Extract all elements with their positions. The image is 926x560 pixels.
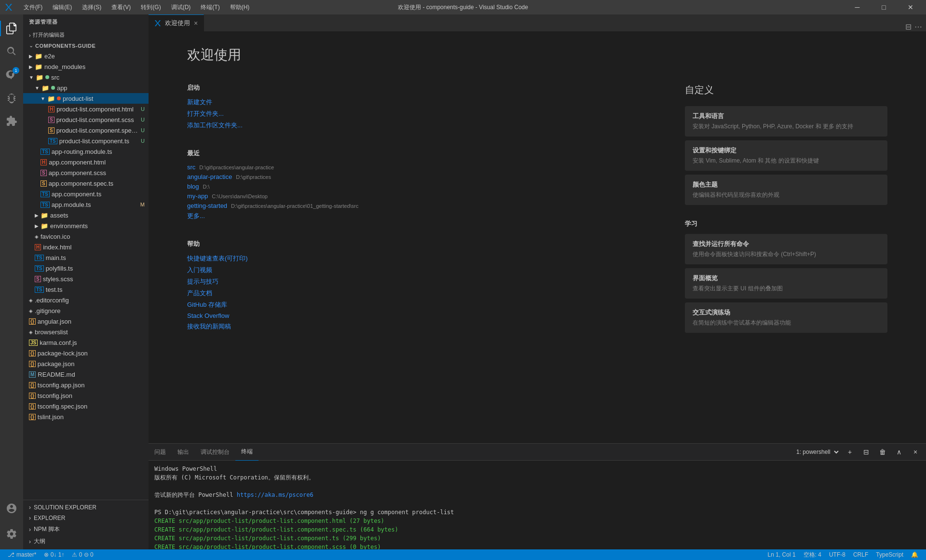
tree-item-product-list.component.spec.ts[interactable]: Sproduct-list.component.spec.tsU [23, 125, 149, 136]
tab-close-button[interactable]: × [194, 20, 198, 27]
tree-item-product-list.component.html[interactable]: Hproduct-list.component.htmlU [23, 104, 149, 114]
tree-item-environments[interactable]: ▶📁environments [23, 220, 149, 231]
keybindings-item[interactable]: 设置和按键绑定 安装 Vim, Sublime, Atom 和 其他 的设置和快… [685, 140, 887, 171]
tree-item-app.component.spec.ts[interactable]: Sapp.component.spec.ts [23, 178, 149, 189]
activity-debug[interactable] [0, 86, 23, 109]
encoding-status[interactable]: UTF-8 [825, 549, 849, 560]
tree-item-polyfills.ts[interactable]: TSpolyfills.ts [23, 263, 149, 273]
recent-name-myapp[interactable]: my-app [187, 192, 208, 200]
tree-item-product-list[interactable]: ▼📁product-list [23, 93, 149, 104]
menu-help[interactable]: 帮助(H) [226, 2, 254, 13]
tree-item-node_modules[interactable]: ▶📁node_modules [23, 61, 149, 72]
output-tab[interactable]: 输出 [172, 444, 195, 461]
tree-item-assets[interactable]: ▶📁assets [23, 210, 149, 220]
tree-item-app.component.ts[interactable]: TSapp.component.ts [23, 189, 149, 199]
keyboard-shortcut-link[interactable]: 快捷键速查表(可打印) [187, 254, 646, 263]
maximize-panel-button[interactable]: ∧ [892, 445, 906, 459]
tree-item-angular.json[interactable]: {}angular.json [23, 316, 149, 327]
close-button[interactable]: ✕ [899, 0, 921, 14]
more-recent-link[interactable]: 更多... [187, 212, 646, 220]
git-branch-status[interactable]: ⎇ master* [4, 549, 40, 560]
find-commands-item[interactable]: 查找并运行所有命令 使用命令面板快速访问和搜索命令 (Ctrl+Shift+P) [685, 234, 887, 264]
tree-item-README.md[interactable]: MREADME.md [23, 369, 149, 380]
tree-item-tsconfig.json[interactable]: {}tsconfig.json [23, 390, 149, 401]
activity-extensions[interactable] [0, 109, 23, 133]
problems-tab[interactable]: 问题 [149, 444, 172, 461]
close-panel-button[interactable]: × [909, 445, 922, 459]
activity-explorer[interactable] [0, 17, 23, 40]
menu-terminal[interactable]: 终端(T) [197, 2, 223, 13]
tree-item-tslint.json[interactable]: {}tslint.json [23, 411, 149, 422]
activity-search[interactable] [0, 40, 23, 63]
add-workspace-link[interactable]: 添加工作区文件夹... [187, 121, 646, 130]
menu-edit[interactable]: 编辑(E) [49, 2, 76, 13]
tree-item-test.ts[interactable]: TStest.ts [23, 284, 149, 295]
intro-video-link[interactable]: 入门视频 [187, 266, 646, 274]
tree-item-favicon.ico[interactable]: ◈favicon.ico [23, 231, 149, 242]
npm-scripts[interactable]: › NPM 脚本 [23, 523, 149, 535]
new-terminal-button[interactable]: + [843, 445, 857, 459]
tree-item-app[interactable]: ▼📁app [23, 82, 149, 93]
tree-item-app.module.ts[interactable]: TSapp.module.tsM [23, 199, 149, 210]
recent-name-src[interactable]: src [187, 164, 195, 171]
split-editor-button[interactable]: ⊟ [905, 22, 912, 31]
open-editors-header[interactable]: › 打开的编辑器 [23, 29, 149, 41]
tree-item-main.ts[interactable]: TSmain.ts [23, 252, 149, 263]
menu-goto[interactable]: 转到(G) [137, 2, 164, 13]
explorer-section[interactable]: › EXPLORER [23, 513, 149, 523]
split-terminal-button[interactable]: ⊟ [859, 445, 873, 459]
kill-terminal-button[interactable]: 🗑 [876, 445, 889, 459]
line-col-status[interactable]: Ln 1, Col 1 [764, 549, 800, 560]
spaces-status[interactable]: 空格: 4 [800, 549, 825, 560]
menu-debug[interactable]: 调试(D) [167, 2, 195, 13]
activity-source-control[interactable]: 1 [0, 63, 23, 86]
maximize-button[interactable]: □ [873, 0, 895, 14]
menu-file[interactable]: 文件(F) [20, 2, 46, 13]
open-folder-link[interactable]: 打开文件夹... [187, 109, 646, 118]
project-header[interactable]: ⌄ COMPONENTS-GUIDE [23, 41, 149, 51]
tree-item-tsconfig.app.json[interactable]: {}tsconfig.app.json [23, 380, 149, 390]
tips-tricks-link[interactable]: 提示与技巧 [187, 277, 646, 286]
more-actions-button[interactable]: ⋯ [914, 22, 922, 31]
new-file-link[interactable]: 新建文件 [187, 98, 646, 107]
color-theme-item[interactable]: 颜色主题 使编辑器和代码呈现你喜欢的外观 [685, 175, 887, 205]
sync-status[interactable]: ⊗ 0↓ 1↑ [40, 549, 68, 560]
minimize-button[interactable]: ─ [846, 0, 868, 14]
tree-item-e2e[interactable]: ▶📁e2e [23, 51, 149, 61]
tree-item-package-lock.json[interactable]: {}package-lock.json [23, 348, 149, 358]
menu-view[interactable]: 查看(V) [108, 2, 135, 13]
notifications-status[interactable]: 🔔 [907, 549, 922, 560]
tree-item-package.json[interactable]: {}package.json [23, 358, 149, 369]
welcome-tab[interactable]: 欢迎使用 × [149, 14, 204, 31]
errors-warnings-status[interactable]: ⚠ 0 ⊝ 0 [68, 549, 97, 560]
tools-languages-item[interactable]: 工具和语言 安装对 JavaScript, Python, PHP, Azure… [685, 106, 887, 137]
debug-console-tab[interactable]: 调试控制台 [195, 444, 235, 461]
interactive-playground-item[interactable]: 交互式演练场 在简短的演练中尝试基本的编辑器功能 [685, 302, 887, 333]
tree-item-styles.scss[interactable]: Sstyles.scss [23, 273, 149, 284]
activity-settings[interactable] [0, 522, 23, 546]
tree-item-index.html[interactable]: Hindex.html [23, 242, 149, 252]
tree-item-tsconfig.spec.json[interactable]: {}tsconfig.spec.json [23, 401, 149, 411]
activity-account[interactable] [0, 497, 23, 520]
solution-explorer[interactable]: › SOLUTION EXPLORER [23, 502, 149, 513]
tree-item-karma.conf.js[interactable]: JSkarma.conf.js [23, 337, 149, 348]
tree-item-.editorconfig[interactable]: ◈.editorconfig [23, 295, 149, 305]
tree-item-app.component.html[interactable]: Happ.component.html [23, 157, 149, 167]
outline-section[interactable]: › 大纲 [23, 535, 149, 547]
newsletter-link[interactable]: 接收我的新闻稿 [187, 322, 646, 331]
line-endings-status[interactable]: CRLF [849, 549, 872, 560]
github-link[interactable]: GitHub 存储库 [187, 300, 646, 309]
menu-select[interactable]: 选择(S) [78, 2, 105, 13]
stackoverflow-link[interactable]: Stack Overflow [187, 312, 646, 319]
language-status[interactable]: TypeScript [872, 549, 907, 560]
interface-overview-item[interactable]: 界面概览 查看突出显示主要 UI 组件的叠加图 [685, 268, 887, 299]
terminal-body[interactable]: Windows PowerShell 版权所有 (C) Microsoft Co… [149, 461, 926, 549]
tree-item-product-list.component.ts[interactable]: TSproduct-list.component.tsU [23, 136, 149, 146]
tree-item-src[interactable]: ▼📁src [23, 72, 149, 82]
terminal-instance-select[interactable]: 1: powershell [792, 447, 840, 457]
tree-item-app.component.scss[interactable]: Sapp.component.scss [23, 167, 149, 178]
recent-name-blog[interactable]: blog [187, 183, 199, 190]
recent-name-getting-started[interactable]: getting-started [187, 202, 227, 209]
docs-link[interactable]: 产品文档 [187, 289, 646, 298]
recent-name-angular[interactable]: angular-practice [187, 173, 232, 180]
